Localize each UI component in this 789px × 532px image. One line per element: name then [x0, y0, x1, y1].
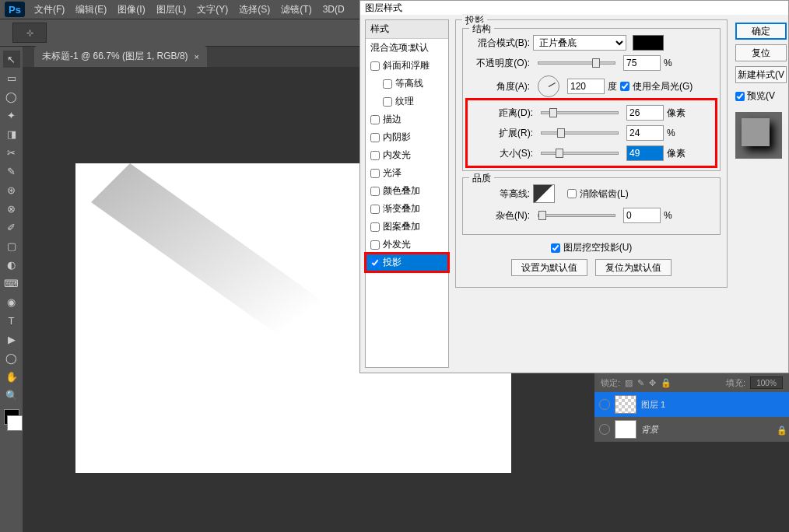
- new-style-button[interactable]: 新建样式(V: [735, 66, 787, 83]
- size-row: 大小(S): 像素: [472, 145, 710, 161]
- outerglow-checkbox[interactable]: [370, 240, 380, 250]
- contour-checkbox[interactable]: [383, 79, 392, 89]
- spread-slider[interactable]: [541, 131, 619, 135]
- stamp-tool[interactable]: ⊗: [3, 200, 20, 217]
- spread-input[interactable]: [626, 125, 664, 141]
- style-texture[interactable]: 纹理: [366, 93, 448, 110]
- opacity-slider[interactable]: [538, 61, 615, 65]
- eraser-tool[interactable]: ▢: [3, 237, 20, 254]
- contour-picker[interactable]: [533, 184, 555, 203]
- visibility-icon[interactable]: [599, 399, 610, 410]
- innerglow-checkbox[interactable]: [370, 151, 380, 160]
- style-stroke[interactable]: 描边: [366, 110, 448, 128]
- texture-checkbox[interactable]: [383, 97, 392, 107]
- style-outerglow[interactable]: 外发光: [366, 236, 448, 254]
- close-tab-icon[interactable]: ×: [195, 52, 199, 61]
- background-color[interactable]: [7, 415, 23, 431]
- fill-value[interactable]: 100%: [750, 376, 783, 389]
- menu-image[interactable]: 图像(I): [117, 3, 145, 16]
- noise-slider[interactable]: [538, 214, 615, 217]
- opacity-input[interactable]: [623, 55, 661, 71]
- spread-label: 扩展(R):: [472, 127, 533, 140]
- style-contour[interactable]: 等高线: [366, 75, 448, 93]
- lock-icon[interactable]: ▨: [625, 378, 633, 388]
- styles-header[interactable]: 样式: [366, 20, 448, 39]
- layer-thumbnail: [615, 420, 636, 439]
- path-tool[interactable]: ▶: [3, 331, 20, 348]
- noise-label: 杂色(N):: [469, 209, 530, 222]
- contour-row: 等高线: 消除锯齿(L): [469, 184, 714, 203]
- style-coloroverlay[interactable]: 颜色叠加: [366, 182, 448, 200]
- lock-move-icon[interactable]: ✥: [649, 378, 656, 388]
- coloroverlay-checkbox[interactable]: [370, 187, 380, 196]
- preview-checkbox[interactable]: [735, 92, 745, 101]
- dropshadow-checkbox[interactable]: [370, 258, 380, 268]
- ok-button[interactable]: 确定: [735, 23, 787, 40]
- menu-filter[interactable]: 滤镜(T): [281, 3, 311, 16]
- move-tool[interactable]: ↖: [3, 51, 20, 68]
- global-light-checkbox[interactable]: [620, 82, 629, 91]
- dodge-tool[interactable]: ◉: [3, 293, 20, 310]
- style-dropshadow[interactable]: 投影: [366, 254, 448, 271]
- gradientoverlay-checkbox[interactable]: [370, 205, 380, 214]
- knockout-checkbox[interactable]: [551, 243, 560, 253]
- angle-input[interactable]: [567, 79, 605, 94]
- style-satin[interactable]: 光泽: [366, 164, 448, 182]
- crop-tool[interactable]: ◨: [3, 125, 20, 142]
- shadow-color-swatch[interactable]: [633, 35, 664, 51]
- distance-input[interactable]: [626, 105, 664, 121]
- blendmode-select[interactable]: 正片叠底: [533, 35, 626, 51]
- style-bevel[interactable]: 斜面和浮雕: [366, 57, 448, 75]
- wand-tool[interactable]: ✦: [3, 107, 20, 124]
- distance-slider[interactable]: [541, 111, 619, 114]
- gradient-tool[interactable]: ◐: [3, 256, 20, 273]
- dialog-side-buttons: 确定 复位 新建样式(V 预览(V: [734, 15, 788, 373]
- innershadow-checkbox[interactable]: [370, 133, 380, 142]
- antialias-checkbox[interactable]: [567, 189, 577, 198]
- menu-edit[interactable]: 编辑(E): [75, 3, 107, 16]
- lasso-tool[interactable]: ◯: [3, 88, 20, 105]
- brush-tool[interactable]: ⊛: [3, 181, 20, 198]
- stroke-checkbox[interactable]: [370, 115, 380, 124]
- blur-tool[interactable]: ⌨: [3, 275, 20, 292]
- document-tab[interactable]: 未标题-1 @ 66.7% (图层 1, RGB/8) ×: [34, 46, 207, 67]
- distance-label: 距离(D):: [472, 107, 533, 120]
- size-input[interactable]: [626, 145, 664, 161]
- type-tool[interactable]: T: [3, 312, 20, 329]
- antialias-label: 消除锯齿(L): [580, 187, 629, 201]
- eyedropper-tool[interactable]: ✂: [3, 144, 20, 161]
- shape-tool[interactable]: ◯: [3, 349, 20, 366]
- patternoverlay-checkbox[interactable]: [370, 222, 380, 232]
- marquee-tool[interactable]: ▭: [3, 69, 20, 86]
- reset-default-button[interactable]: 复位为默认值: [595, 259, 672, 276]
- visibility-icon[interactable]: [599, 424, 610, 435]
- tool-preset-picker[interactable]: ⊹: [12, 23, 47, 43]
- heal-tool[interactable]: ✎: [3, 163, 20, 180]
- history-brush-tool[interactable]: ✐: [3, 219, 20, 236]
- style-innerglow[interactable]: 内发光: [366, 146, 448, 164]
- layer-row-1[interactable]: 图层 1: [594, 392, 789, 417]
- angle-dial[interactable]: [538, 75, 559, 97]
- cancel-button[interactable]: 复位: [735, 44, 787, 61]
- lock-all-icon[interactable]: 🔒: [661, 378, 672, 388]
- menu-layer[interactable]: 图层(L): [156, 3, 187, 16]
- noise-unit: %: [664, 210, 672, 221]
- size-slider[interactable]: [541, 152, 619, 155]
- style-gradientoverlay[interactable]: 渐变叠加: [366, 200, 448, 218]
- bevel-checkbox[interactable]: [370, 61, 380, 71]
- layer-row-bg[interactable]: 背景 🔒: [594, 417, 789, 442]
- menu-select[interactable]: 选择(S): [239, 3, 270, 16]
- menu-file[interactable]: 文件(F): [34, 3, 65, 16]
- noise-input[interactable]: [623, 208, 661, 223]
- lock-icon: 🔒: [777, 425, 784, 433]
- menu-type[interactable]: 文字(Y): [197, 3, 228, 16]
- style-innershadow[interactable]: 内阴影: [366, 128, 448, 146]
- style-patternoverlay[interactable]: 图案叠加: [366, 218, 448, 236]
- lock-paint-icon[interactable]: ✎: [637, 378, 644, 388]
- satin-checkbox[interactable]: [370, 169, 380, 178]
- make-default-button[interactable]: 设置为默认值: [511, 259, 587, 276]
- menu-3d[interactable]: 3D(D: [323, 4, 345, 15]
- blend-options-item[interactable]: 混合选项:默认: [366, 39, 448, 57]
- hand-tool[interactable]: ✋: [3, 368, 20, 385]
- zoom-tool[interactable]: 🔍: [3, 387, 20, 404]
